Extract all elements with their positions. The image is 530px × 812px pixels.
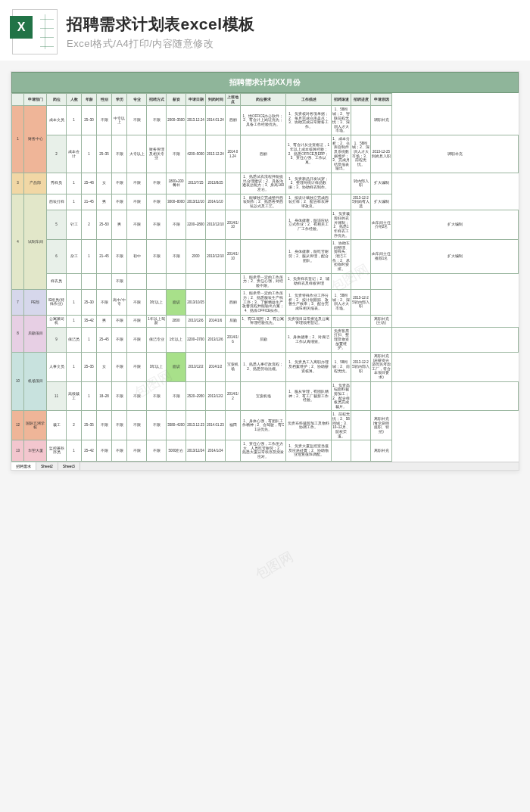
cell: 5 bbox=[47, 210, 67, 240]
column-header: 招聘方式 bbox=[147, 94, 167, 106]
cell: 2014/1/6 bbox=[226, 327, 241, 352]
table-header-row: 申请部门岗位人数年龄性别学历专业招聘方式薪资申请日期到岗时间上班地点岗位要求工作… bbox=[12, 94, 519, 106]
cell: 3580~4200 bbox=[167, 411, 186, 440]
cell: 保洁员 bbox=[67, 327, 82, 352]
cell bbox=[351, 240, 371, 273]
cell bbox=[332, 273, 351, 290]
cell: 裁工 bbox=[47, 411, 67, 440]
cell: 2 bbox=[82, 210, 97, 240]
cell: 25~42 bbox=[82, 440, 97, 462]
cell: 1 bbox=[82, 381, 97, 411]
cell bbox=[371, 290, 392, 315]
cell: 不限 bbox=[167, 240, 186, 273]
cell: 1、负责大厦监控室当值及应急处置；2、协助物业巡查值班调配。 bbox=[286, 440, 332, 462]
cell: 不限 bbox=[112, 352, 127, 381]
cell: 7 bbox=[12, 290, 24, 315]
cell: 13 bbox=[12, 440, 24, 462]
cell: 11 bbox=[47, 381, 67, 411]
table-row: 6杂工121~45不限初中不限不限20002013/12/102014/1/10… bbox=[12, 240, 519, 273]
cell: 2013-12-25转内部入职 bbox=[351, 352, 371, 381]
cell: 1 bbox=[82, 327, 97, 352]
cell: 2013.12.24 bbox=[206, 135, 226, 173]
cell: 针工 bbox=[67, 210, 82, 240]
cell: 21~45 bbox=[97, 240, 112, 273]
sheet-tab[interactable]: Sheet3 bbox=[58, 462, 80, 470]
cell: 不限 bbox=[127, 327, 147, 352]
cell: 不限 bbox=[127, 381, 147, 411]
cell: 1、负责核对各项单据；2、每月完成仓库盘点；3、协助完成日常财务工作。 bbox=[286, 106, 332, 135]
cell: 不限 bbox=[127, 352, 147, 381]
cell: 2013.12.23 bbox=[186, 411, 206, 440]
cell: 1年以上 bbox=[167, 327, 186, 352]
column-header: 人数 bbox=[67, 94, 82, 106]
cell: 1 bbox=[67, 440, 82, 462]
cell: 1 bbox=[82, 240, 97, 273]
cell: 不限 bbox=[112, 194, 127, 210]
cell: 不限 bbox=[127, 173, 147, 194]
cell: 9 bbox=[47, 327, 67, 352]
cell: 不限 bbox=[127, 411, 147, 440]
cell bbox=[371, 273, 392, 290]
cell: 转内部入职 bbox=[351, 173, 371, 194]
cell: 后勤项目 bbox=[24, 315, 47, 352]
cell: 6 bbox=[47, 240, 67, 273]
table-row: 3产品部秀样员125~48女不限不限不限1800+200餐补2013/7/252… bbox=[12, 173, 519, 194]
cell: 1、58同城；2、智联前程无忧；3、深圳人才大市场。 bbox=[332, 106, 351, 135]
cell: 25~48 bbox=[82, 173, 97, 194]
cell bbox=[206, 290, 226, 315]
sheet-tab[interactable]: Sheet2 bbox=[36, 462, 58, 470]
page-subtitle: Excel格式/A4打印/内容随意修改 bbox=[67, 37, 255, 51]
cell: 8 bbox=[12, 315, 24, 352]
cell: 1、有C1驾照；2、有公寓管理经验优先。 bbox=[241, 315, 286, 327]
cell: 华望大厦 bbox=[24, 440, 47, 462]
cell bbox=[186, 273, 206, 290]
cell: 秀样员 bbox=[47, 173, 67, 194]
cell: 1、负责样衣登记；2、辅助样衣及样板管理 bbox=[286, 273, 332, 290]
cell: 2013/12/10 bbox=[206, 210, 226, 240]
cell: 西丽 bbox=[226, 290, 241, 315]
cell: 财务中心 bbox=[24, 106, 47, 173]
cell: 不限 bbox=[112, 135, 127, 173]
cell: 1 bbox=[82, 135, 97, 173]
sheet-tab[interactable]: 招聘需求 bbox=[11, 462, 36, 470]
cell bbox=[371, 381, 392, 411]
cell: 国际五洲学校 bbox=[24, 411, 47, 440]
cell: 初中 bbox=[127, 240, 147, 273]
column-header bbox=[12, 94, 24, 106]
cell: 2013/8/25 bbox=[206, 173, 226, 194]
cell: 1、懂OFFICE办公软件；2、有会计上岗证优先；具备工作经验优先。 bbox=[241, 106, 286, 135]
cell bbox=[351, 327, 371, 352]
cell: 不限 bbox=[127, 210, 147, 240]
cell bbox=[332, 194, 351, 210]
table-row: 7PE部IE组员(特殊作业)125~30不限高中/中专不限3年以上面议2013/… bbox=[12, 290, 519, 315]
cell: 1 bbox=[67, 352, 82, 381]
cell: 调职补充 bbox=[392, 135, 519, 173]
cell: 2 bbox=[47, 135, 67, 173]
cell: 1、协助车间整理、剪线头、清洁工作；2、承担临时安排。 bbox=[332, 240, 351, 273]
cell: 25~35 bbox=[82, 411, 97, 440]
cell: 高级裁工 bbox=[67, 381, 82, 411]
cell: 不限 bbox=[127, 290, 147, 315]
cell bbox=[226, 440, 241, 462]
cell bbox=[332, 173, 351, 194]
cell: 1、负责新品开发试穿；2、整理与统计样品数据；3、协助样衣制作。 bbox=[286, 173, 332, 194]
column-header: 年龄 bbox=[82, 94, 97, 106]
cell bbox=[147, 273, 167, 290]
cell: 1 bbox=[67, 315, 82, 327]
cell: 不限 bbox=[127, 106, 147, 135]
cell: 1、熟悉人事行政流程；2、熟悉劳动法规。 bbox=[241, 352, 286, 381]
cell: 不限 bbox=[97, 440, 112, 462]
cell: 西丽 bbox=[226, 106, 241, 135]
cell: 2013-12-25到岗且入职 bbox=[371, 135, 392, 173]
cell: 25~45 bbox=[97, 327, 112, 352]
cell: 机场项目 bbox=[24, 352, 47, 411]
cell bbox=[97, 273, 112, 290]
column-header: 上班地点 bbox=[226, 94, 241, 106]
page-header: X 招聘需求计划表excel模板 Excel格式/A4打印/内容随意修改 bbox=[0, 0, 530, 61]
cell: 1、熟悉试衣流程并能提出合理建议；2、具备沟通表达能力；3、身高160左右。 bbox=[241, 173, 286, 194]
cell: 不限 bbox=[127, 315, 147, 327]
cell bbox=[351, 411, 371, 440]
column-header: 申请原因 bbox=[371, 94, 392, 106]
table-row: 13华望大厦监控兼秩序员125~42不限不限不限不限5000左右2013/12/… bbox=[12, 440, 519, 462]
cell: 4 bbox=[12, 194, 24, 290]
